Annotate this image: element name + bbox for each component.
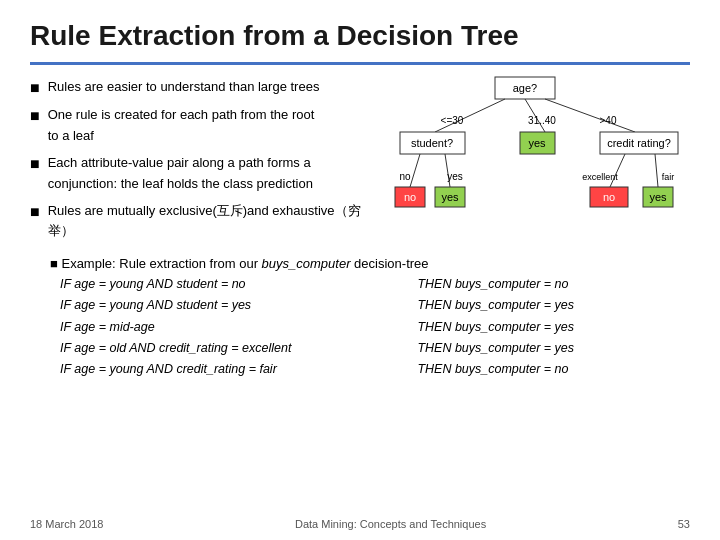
rule-if-4: IF age = old AND credit_rating = excelle… xyxy=(60,338,407,359)
bullet-2: ■ One rule is created for each path from… xyxy=(30,105,380,147)
bullet-dot-2: ■ xyxy=(30,105,40,127)
student-yes-label: yes xyxy=(447,171,463,182)
footer-title: Data Mining: Concepts and Techniques xyxy=(295,518,486,530)
decision-tree: age? <=30 31..40 >40 student? yes xyxy=(390,72,690,232)
leaf-yes-2: yes xyxy=(649,191,667,203)
tree-svg: age? <=30 31..40 >40 student? yes xyxy=(390,72,690,232)
mid-leaf: yes xyxy=(528,137,546,149)
bullet-text-1: Rules are easier to understand than larg… xyxy=(48,77,320,98)
rules-section: ■ Example: Rule extraction from our buys… xyxy=(30,256,690,380)
rule-if-2: IF age = young AND student = yes xyxy=(60,295,407,316)
rule-then-3: THEN buys_computer = yes xyxy=(417,317,690,338)
bullet-text-3: Each attribute-value pair along a path f… xyxy=(48,153,313,195)
bullet-text-2: One rule is created for each path from t… xyxy=(48,105,315,147)
root-label: age? xyxy=(513,82,537,94)
bullet-dot-4: ■ xyxy=(30,201,40,223)
svg-line-11 xyxy=(610,154,625,187)
rule-then-4: THEN buys_computer = yes xyxy=(417,338,690,359)
branch-label-left: <=30 xyxy=(441,115,464,126)
rule-if-3: IF age = mid-age xyxy=(60,317,407,338)
svg-line-3 xyxy=(545,99,635,132)
bullet-3: ■ Each attribute-value pair along a path… xyxy=(30,153,380,195)
footer-date: 18 March 2018 xyxy=(30,518,103,530)
bullet-4: ■ Rules are mutually exclusive(互斥)and ex… xyxy=(30,201,380,243)
rule-if-5: IF age = young AND credit_rating = fair xyxy=(60,359,407,380)
bullet-1: ■ Rules are easier to understand than la… xyxy=(30,77,380,99)
content-area: ■ Rules are easier to understand than la… xyxy=(30,77,690,248)
footer-page: 53 xyxy=(678,518,690,530)
rule-if-1: IF age = young AND student = no xyxy=(60,274,407,295)
bullet-dot-1: ■ xyxy=(30,77,40,99)
bullet-dot-3: ■ xyxy=(30,153,40,175)
slide-title: Rule Extraction from a Decision Tree xyxy=(30,20,690,52)
excellent-label: excellent xyxy=(582,172,618,182)
bullet-text-4: Rules are mutually exclusive(互斥)and exha… xyxy=(48,201,380,243)
branch-label-mid: 31..40 xyxy=(528,115,556,126)
bullets-area: ■ Rules are easier to understand than la… xyxy=(30,77,380,248)
credit-node: credit rating? xyxy=(607,137,671,149)
divider xyxy=(30,62,690,65)
rules-table: IF age = young AND student = no THEN buy… xyxy=(60,274,690,380)
student-no-label: no xyxy=(399,171,411,182)
rule-then-5: THEN buys_computer = no xyxy=(417,359,690,380)
footer: 18 March 2018 Data Mining: Concepts and … xyxy=(30,518,690,530)
rule-then-2: THEN buys_computer = yes xyxy=(417,295,690,316)
rule-then-1: THEN buys_computer = no xyxy=(417,274,690,295)
example-intro: ■ Example: Rule extraction from our buys… xyxy=(50,256,690,271)
leaf-no-1: no xyxy=(404,191,416,203)
leaf-no-2: no xyxy=(603,191,615,203)
student-node: student? xyxy=(411,137,453,149)
svg-line-13 xyxy=(655,154,658,187)
svg-line-7 xyxy=(410,154,420,187)
branch-label-right: >40 xyxy=(600,115,617,126)
slide: Rule Extraction from a Decision Tree ■ R… xyxy=(0,0,720,540)
fair-label: fair xyxy=(662,172,675,182)
leaf-yes-1: yes xyxy=(441,191,459,203)
